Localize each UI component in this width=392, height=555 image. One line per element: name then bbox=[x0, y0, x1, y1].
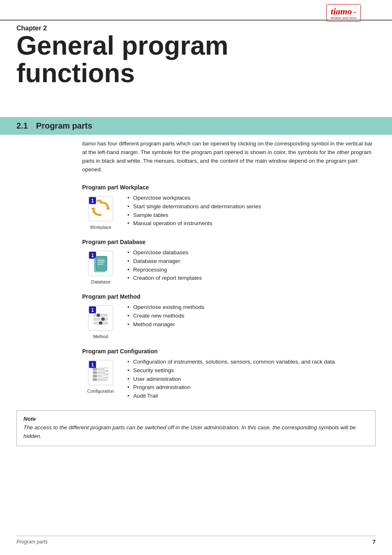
bullet-item: Configuration of instruments, solutions,… bbox=[127, 358, 376, 366]
configuration-icon-label: Configuration bbox=[87, 389, 114, 394]
bullet-item: Sample tables bbox=[127, 211, 376, 220]
svg-rect-26 bbox=[97, 368, 104, 370]
database-body: 1 Database Open/close databases Database… bbox=[82, 249, 376, 284]
logo-subtitle: titration and more bbox=[331, 16, 356, 20]
svg-rect-29 bbox=[93, 371, 97, 374]
program-part-database: Program part Database 1 bbox=[16, 239, 376, 284]
content-area: tiamo has four different program parts w… bbox=[16, 140, 376, 446]
svg-point-17 bbox=[97, 313, 100, 317]
footer-page-number: 7 bbox=[372, 539, 376, 545]
svg-rect-25 bbox=[93, 368, 97, 370]
logo-area: tiamo ™ titration and more bbox=[326, 4, 380, 25]
database-bullets: Open/close databases Database manager Re… bbox=[127, 249, 376, 283]
svg-rect-18 bbox=[94, 318, 108, 320]
database-icon-label: Database bbox=[91, 279, 110, 284]
chapter-area: Chapter 2 General programfunctions bbox=[16, 25, 376, 87]
workplace-icon: 1 bbox=[86, 194, 115, 223]
svg-rect-34 bbox=[97, 375, 102, 377]
section-title: Program parts bbox=[36, 121, 92, 131]
database-icon-box: 1 Database bbox=[82, 249, 119, 284]
svg-rect-16 bbox=[94, 314, 108, 316]
bullet-item: Security settings bbox=[127, 366, 376, 375]
svg-text:1: 1 bbox=[91, 198, 94, 204]
workplace-title: Program part Workplace bbox=[82, 184, 376, 191]
bullet-item: Program administration bbox=[127, 383, 376, 392]
method-bullets: Open/close existing methods Create new m… bbox=[127, 303, 376, 329]
method-icon-box: 1 Method bbox=[82, 303, 119, 339]
logo-text: tiamo bbox=[331, 6, 352, 17]
bullet-item: Reprocessing bbox=[127, 266, 376, 274]
bullet-item: User administration bbox=[127, 375, 376, 384]
program-part-configuration: Program part Configuration 1 bbox=[16, 348, 376, 401]
database-icon: 1 bbox=[86, 249, 115, 278]
method-icon: 1 bbox=[86, 303, 115, 333]
method-title: Program part Method bbox=[82, 293, 376, 300]
footer: Program parts 7 bbox=[16, 536, 376, 545]
bullet-item: Database manager bbox=[127, 257, 376, 266]
svg-point-19 bbox=[101, 318, 105, 321]
bullet-item: Create new methods bbox=[127, 312, 376, 320]
workplace-icon-box: 1 Workplace bbox=[82, 194, 119, 230]
chapter-label: Chapter 2 General programfunctions bbox=[16, 25, 376, 87]
bullet-item: Open/close databases bbox=[127, 249, 376, 257]
svg-rect-37 bbox=[93, 378, 97, 381]
logo-tm: ™ bbox=[353, 11, 356, 15]
method-body: 1 Method Open/close existing methods Cre… bbox=[82, 303, 376, 339]
svg-text:1: 1 bbox=[91, 362, 94, 368]
configuration-icon: 1 bbox=[86, 358, 115, 387]
workplace-body: 1 Workplace Open/close workplaces bbox=[82, 194, 376, 230]
program-part-workplace: Program part Workplace 1 bbox=[16, 184, 376, 230]
configuration-bullets: Configuration of instruments, solutions,… bbox=[127, 358, 376, 401]
svg-text:1: 1 bbox=[91, 307, 94, 313]
configuration-title: Program part Configuration bbox=[82, 348, 376, 355]
configuration-body: 1 bbox=[82, 358, 376, 401]
footer-left-text: Program parts bbox=[16, 539, 48, 545]
svg-rect-33 bbox=[93, 375, 97, 377]
svg-point-21 bbox=[99, 321, 102, 325]
section-header: 2.1 Program parts bbox=[0, 117, 392, 135]
bullet-item: Open/close existing methods bbox=[127, 303, 376, 312]
workplace-bullets: Open/close workplaces Start single deter… bbox=[127, 194, 376, 228]
configuration-icon-box: 1 bbox=[82, 358, 119, 394]
logo-icon: tiamo ™ titration and more bbox=[331, 6, 356, 20]
bullet-item: Manual operation of instruments bbox=[127, 219, 376, 228]
program-part-method: Program part Method 1 bbox=[16, 293, 376, 339]
database-title: Program part Database bbox=[82, 239, 376, 245]
bullet-item: Method manager bbox=[127, 320, 376, 329]
chapter-title: General programfunctions bbox=[16, 32, 376, 87]
section-number: 2.1 bbox=[16, 121, 28, 131]
svg-rect-9 bbox=[96, 256, 107, 270]
svg-rect-38 bbox=[97, 378, 107, 381]
svg-rect-30 bbox=[97, 371, 105, 374]
workplace-icon-label: Workplace bbox=[90, 225, 111, 230]
bullet-item: Creation of report templates bbox=[127, 274, 376, 283]
note-title: Note bbox=[23, 416, 369, 422]
note-box: Note The access to the different program… bbox=[16, 410, 376, 446]
method-icon-label: Method bbox=[93, 334, 108, 339]
bullet-item: Audit Trail bbox=[127, 392, 376, 401]
bullet-item: Open/close workplaces bbox=[127, 194, 376, 203]
logo-box: tiamo ™ titration and more bbox=[326, 4, 361, 22]
bullet-item: Start single determinations and determin… bbox=[127, 203, 376, 211]
intro-paragraph: tiamo has four different program parts w… bbox=[82, 140, 376, 174]
note-text: The access to the different program part… bbox=[23, 424, 369, 441]
svg-text:1: 1 bbox=[91, 253, 94, 258]
